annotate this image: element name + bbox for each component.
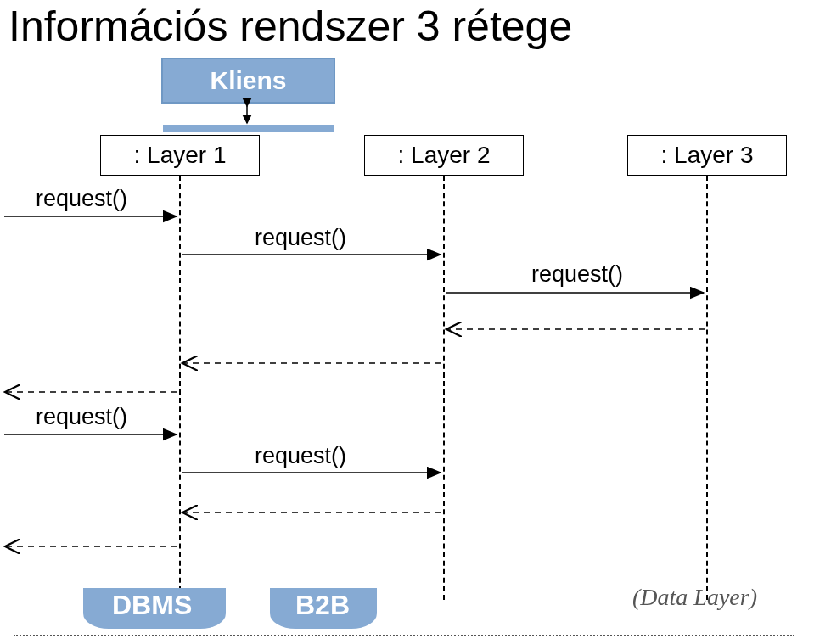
data-layer-label: (Data Layer) — [632, 584, 757, 611]
layer3-box: : Layer 3 — [627, 135, 787, 176]
page-title: Információs rendszer 3 rétege — [8, 2, 572, 51]
bottom-dotted-line — [14, 635, 794, 636]
lifeline-layer3 — [706, 176, 708, 600]
msg-request-5: request() — [255, 443, 346, 469]
lifeline-layer2 — [443, 176, 445, 600]
layer3-label: : Layer 3 — [661, 142, 754, 169]
kliens-box: Kliens — [161, 58, 335, 104]
layer2-label: : Layer 2 — [398, 142, 491, 169]
lifeline-layer1 — [179, 176, 181, 600]
msg-request-1: request() — [36, 186, 127, 212]
msg-request-2: request() — [255, 225, 346, 251]
kliens-strip — [163, 125, 334, 132]
kliens-label: Kliens — [210, 66, 286, 95]
msg-request-3: request() — [531, 261, 623, 288]
b2b-label: B2B — [295, 590, 350, 621]
sequence-arrows — [0, 0, 814, 644]
dbms-label: DBMS — [112, 590, 192, 621]
msg-request-4: request() — [36, 404, 127, 430]
layer1-label: : Layer 1 — [134, 142, 227, 169]
layer1-box: : Layer 1 — [100, 135, 260, 176]
layer2-box: : Layer 2 — [364, 135, 524, 176]
